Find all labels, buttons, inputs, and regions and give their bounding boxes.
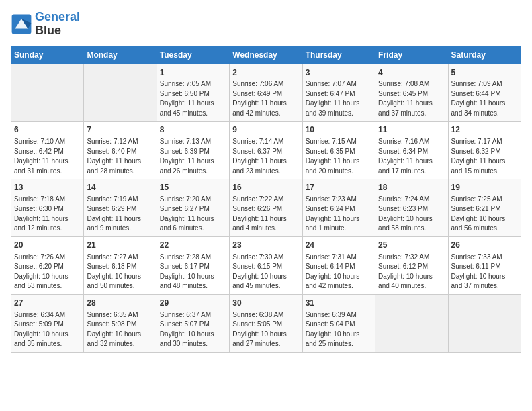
calendar-day-cell: 11Sunrise: 7:16 AM Sunset: 6:34 PM Dayli… [375, 122, 448, 179]
day-number: 21 [87, 240, 153, 251]
page-header: General Blue [11, 11, 521, 38]
day-number: 2 [232, 67, 299, 79]
calendar-day-cell: 29Sunrise: 6:37 AM Sunset: 5:07 PM Dayli… [157, 294, 229, 352]
day-number: 9 [232, 124, 299, 136]
calendar-day-cell: 21Sunrise: 7:27 AM Sunset: 6:18 PM Dayli… [84, 236, 157, 294]
calendar-day-cell: 19Sunrise: 7:25 AM Sunset: 6:21 PM Dayli… [448, 179, 521, 237]
day-of-week-header: Friday [375, 46, 448, 64]
calendar-day-cell: 30Sunrise: 6:38 AM Sunset: 5:05 PM Dayli… [230, 294, 302, 352]
day-of-week-header: Wednesday [230, 46, 302, 64]
day-number: 19 [451, 182, 518, 193]
day-number: 5 [451, 67, 518, 79]
calendar-day-cell: 8Sunrise: 7:13 AM Sunset: 6:39 PM Daylig… [157, 122, 229, 179]
logo-text: General Blue [35, 11, 80, 38]
day-info: Sunrise: 6:37 AM Sunset: 5:07 PM Dayligh… [160, 310, 226, 349]
calendar-day-cell: 16Sunrise: 7:22 AM Sunset: 6:26 PM Dayli… [230, 179, 302, 237]
day-number: 27 [14, 298, 81, 309]
day-of-week-header: Saturday [448, 46, 521, 64]
day-number: 15 [160, 182, 226, 193]
calendar-week-row: 20Sunrise: 7:26 AM Sunset: 6:20 PM Dayli… [11, 236, 521, 294]
day-info: Sunrise: 7:28 AM Sunset: 6:17 PM Dayligh… [160, 253, 226, 291]
calendar-day-cell: 17Sunrise: 7:23 AM Sunset: 6:24 PM Dayli… [302, 179, 375, 237]
calendar-day-cell: 23Sunrise: 7:30 AM Sunset: 6:15 PM Dayli… [230, 236, 302, 294]
calendar-day-cell: 24Sunrise: 7:31 AM Sunset: 6:14 PM Dayli… [302, 236, 375, 294]
calendar-day-cell: 18Sunrise: 7:24 AM Sunset: 6:23 PM Dayli… [375, 179, 448, 237]
day-info: Sunrise: 7:18 AM Sunset: 6:30 PM Dayligh… [14, 195, 81, 234]
day-info: Sunrise: 7:07 AM Sunset: 6:47 PM Dayligh… [306, 79, 372, 118]
calendar-day-cell: 7Sunrise: 7:12 AM Sunset: 6:40 PM Daylig… [84, 122, 157, 179]
day-of-week-header: Sunday [11, 46, 84, 64]
calendar-day-cell: 2Sunrise: 7:06 AM Sunset: 6:49 PM Daylig… [230, 64, 302, 122]
logo: General Blue [11, 11, 80, 38]
day-of-week-header: Monday [84, 46, 157, 64]
logo-icon [11, 13, 32, 35]
calendar-day-cell: 26Sunrise: 7:33 AM Sunset: 6:11 PM Dayli… [448, 236, 521, 294]
day-number: 1 [160, 67, 226, 79]
calendar-day-cell: 3Sunrise: 7:07 AM Sunset: 6:47 PM Daylig… [302, 64, 375, 122]
calendar-day-cell: 1Sunrise: 7:05 AM Sunset: 6:50 PM Daylig… [157, 64, 229, 122]
calendar-table: SundayMondayTuesdayWednesdayThursdayFrid… [11, 46, 521, 353]
day-number: 17 [306, 182, 372, 193]
day-info: Sunrise: 7:09 AM Sunset: 6:44 PM Dayligh… [451, 79, 518, 118]
day-info: Sunrise: 7:10 AM Sunset: 6:42 PM Dayligh… [14, 137, 81, 176]
calendar-week-row: 1Sunrise: 7:05 AM Sunset: 6:50 PM Daylig… [11, 64, 521, 122]
day-info: Sunrise: 6:38 AM Sunset: 5:05 PM Dayligh… [232, 310, 299, 349]
calendar-week-row: 6Sunrise: 7:10 AM Sunset: 6:42 PM Daylig… [11, 122, 521, 179]
day-info: Sunrise: 7:22 AM Sunset: 6:26 PM Dayligh… [232, 195, 299, 234]
day-info: Sunrise: 7:17 AM Sunset: 6:32 PM Dayligh… [451, 137, 518, 176]
day-info: Sunrise: 7:08 AM Sunset: 6:45 PM Dayligh… [378, 79, 445, 118]
day-info: Sunrise: 7:16 AM Sunset: 6:34 PM Dayligh… [378, 137, 445, 176]
calendar-day-cell: 12Sunrise: 7:17 AM Sunset: 6:32 PM Dayli… [448, 122, 521, 179]
calendar-day-cell: 15Sunrise: 7:20 AM Sunset: 6:27 PM Dayli… [157, 179, 229, 237]
day-info: Sunrise: 7:14 AM Sunset: 6:37 PM Dayligh… [232, 137, 299, 176]
day-number: 16 [232, 182, 299, 193]
day-info: Sunrise: 6:39 AM Sunset: 5:04 PM Dayligh… [306, 310, 372, 349]
day-info: Sunrise: 6:35 AM Sunset: 5:08 PM Dayligh… [87, 310, 153, 349]
day-info: Sunrise: 7:20 AM Sunset: 6:27 PM Dayligh… [160, 195, 226, 234]
calendar-day-cell: 14Sunrise: 7:19 AM Sunset: 6:29 PM Dayli… [84, 179, 157, 237]
calendar-week-row: 27Sunrise: 6:34 AM Sunset: 5:09 PM Dayli… [11, 294, 521, 352]
day-number: 28 [87, 298, 153, 309]
day-info: Sunrise: 7:26 AM Sunset: 6:20 PM Dayligh… [14, 253, 81, 291]
day-info: Sunrise: 7:30 AM Sunset: 6:15 PM Dayligh… [232, 253, 299, 291]
day-number: 31 [306, 298, 372, 309]
day-number: 3 [306, 67, 372, 79]
calendar-day-cell: 9Sunrise: 7:14 AM Sunset: 6:37 PM Daylig… [230, 122, 302, 179]
day-info: Sunrise: 6:34 AM Sunset: 5:09 PM Dayligh… [14, 310, 81, 349]
day-number: 14 [87, 182, 153, 193]
calendar-day-cell: 20Sunrise: 7:26 AM Sunset: 6:20 PM Dayli… [11, 236, 84, 294]
days-header-row: SundayMondayTuesdayWednesdayThursdayFrid… [11, 46, 521, 64]
day-number: 29 [160, 298, 226, 309]
day-info: Sunrise: 7:05 AM Sunset: 6:50 PM Dayligh… [160, 79, 226, 118]
day-info: Sunrise: 7:33 AM Sunset: 6:11 PM Dayligh… [451, 253, 518, 291]
day-number: 23 [232, 240, 299, 251]
day-number: 25 [378, 240, 445, 251]
day-number: 22 [160, 240, 226, 251]
day-info: Sunrise: 7:32 AM Sunset: 6:12 PM Dayligh… [378, 253, 445, 291]
day-info: Sunrise: 7:27 AM Sunset: 6:18 PM Dayligh… [87, 253, 153, 291]
calendar-day-cell: 10Sunrise: 7:15 AM Sunset: 6:35 PM Dayli… [302, 122, 375, 179]
day-number: 26 [451, 240, 518, 251]
day-info: Sunrise: 7:25 AM Sunset: 6:21 PM Dayligh… [451, 195, 518, 234]
day-number: 30 [232, 298, 299, 309]
day-of-week-header: Tuesday [157, 46, 229, 64]
calendar-day-cell [375, 294, 448, 352]
day-number: 12 [451, 124, 518, 136]
calendar-day-cell: 31Sunrise: 6:39 AM Sunset: 5:04 PM Dayli… [302, 294, 375, 352]
calendar-day-cell: 27Sunrise: 6:34 AM Sunset: 5:09 PM Dayli… [11, 294, 84, 352]
calendar-day-cell: 5Sunrise: 7:09 AM Sunset: 6:44 PM Daylig… [448, 64, 521, 122]
day-number: 11 [378, 124, 445, 136]
calendar-day-cell: 22Sunrise: 7:28 AM Sunset: 6:17 PM Dayli… [157, 236, 229, 294]
day-info: Sunrise: 7:31 AM Sunset: 6:14 PM Dayligh… [306, 253, 372, 291]
day-number: 13 [14, 182, 81, 193]
day-info: Sunrise: 7:06 AM Sunset: 6:49 PM Dayligh… [232, 79, 299, 118]
calendar-day-cell [84, 64, 157, 122]
calendar-day-cell [11, 64, 84, 122]
calendar-day-cell: 6Sunrise: 7:10 AM Sunset: 6:42 PM Daylig… [11, 122, 84, 179]
day-info: Sunrise: 7:23 AM Sunset: 6:24 PM Dayligh… [306, 195, 372, 234]
day-number: 20 [14, 240, 81, 251]
day-number: 18 [378, 182, 445, 193]
day-info: Sunrise: 7:12 AM Sunset: 6:40 PM Dayligh… [87, 137, 153, 176]
calendar-day-cell: 28Sunrise: 6:35 AM Sunset: 5:08 PM Dayli… [84, 294, 157, 352]
day-number: 6 [14, 124, 81, 136]
